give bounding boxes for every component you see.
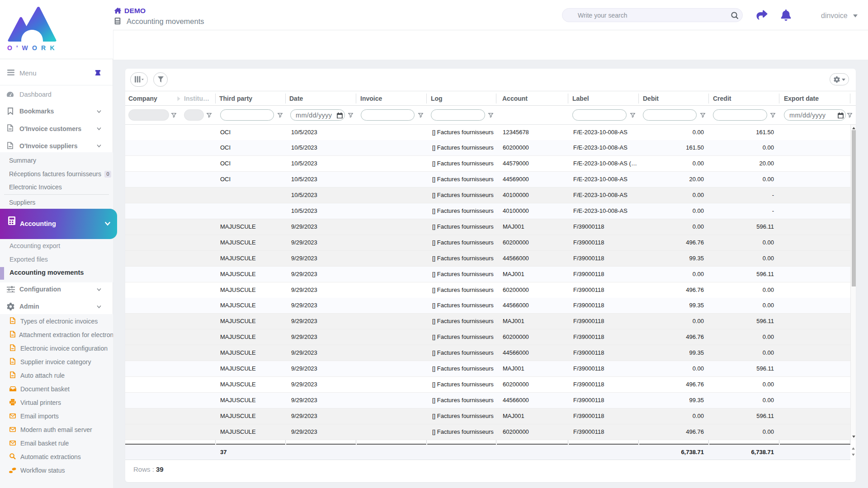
svg-text:O'WORK: O'WORK xyxy=(7,44,57,52)
